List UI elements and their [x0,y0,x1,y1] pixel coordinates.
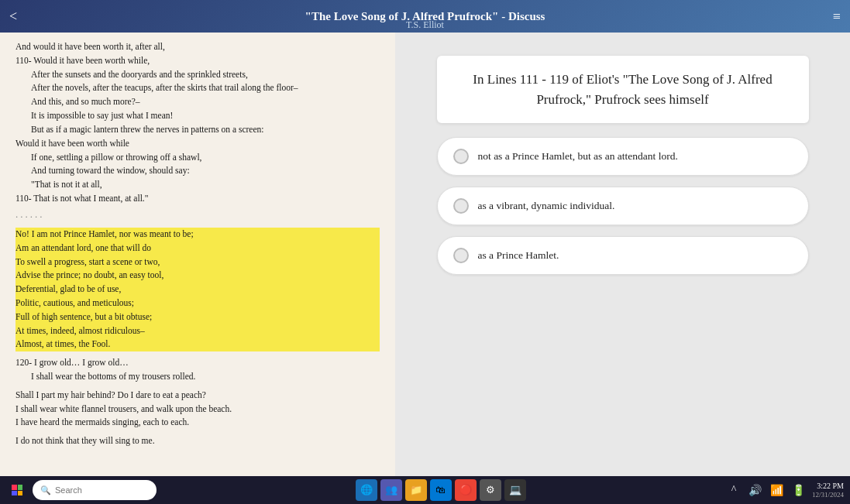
poem-line: I do not think that they will sing to me… [15,434,380,448]
page-subtitle: T.S. Elliot [406,19,444,31]
poem-ellipsis: ······ [15,209,380,225]
chevron-icon[interactable]: ^ [725,482,742,499]
time-display[interactable]: 3:22 PM 12/31/2024 [812,481,844,500]
poem-line: After the novels, after the teacups, aft… [15,81,380,95]
battery-icon[interactable]: 🔋 [790,482,807,499]
poem-line: "That is not it at all, [15,178,380,192]
radio-2 [453,198,469,214]
date-text: 12/31/2024 [812,491,844,500]
answer-option-1[interactable]: not as a Prince Hamlet, but as an attend… [437,137,809,176]
radio-1 [453,149,469,164]
poem-line: I shall wear the bottoms of my trousers … [15,370,380,384]
poem-line: And turning toward the window, should sa… [15,164,380,178]
taskbar-right: ^ 🔊 📶 🔋 3:22 PM 12/31/2024 [725,481,844,500]
poem-line: And would it have been worth it, after a… [15,40,380,54]
taskbar-center: 🌐 👥 📁 🛍 🔴 ⚙ 💻 [157,479,725,501]
poem-line: Shall I part my hair behind? Do I dare t… [15,389,380,403]
poem-panel[interactable]: And would it have been worth it, after a… [0,33,395,476]
poem-line: Would it have been worth while [15,137,380,151]
answer-text-2: as a vibrant, dynamic individual. [478,200,615,212]
poem-line: Politic, cautious, and meticulous; [15,297,380,310]
question-text: In Lines 111 - 119 of Eliot's "The Love … [473,72,772,107]
answer-text-3: as a Prince Hamlet. [478,249,559,262]
poem-line: After the sunsets and the dooryards and … [15,68,380,82]
time-text: 3:22 PM [812,481,844,491]
taskbar-app-folder[interactable]: 📁 [405,479,427,501]
poem-line: But as if a magic lantern threw the nerv… [15,123,380,137]
windows-button[interactable] [6,479,28,501]
poem-line: Almost, at times, the Fool. [15,338,380,351]
radio-3 [453,248,469,263]
poem-line: Deferential, glad to be of use, [15,283,380,297]
taskbar: 🔍 🌐 👥 📁 🛍 🔴 ⚙ 💻 ^ 🔊 📶 🔋 3:22 PM 12/31/20… [0,476,850,504]
poem-line: It is impossible to say just what I mean… [15,109,380,123]
search-bar[interactable]: 🔍 [33,480,157,500]
taskbar-app-settings[interactable]: ⚙ [480,479,501,501]
poem-line: To swell a progress, start a scene or tw… [15,255,380,269]
taskbar-app-store[interactable]: 🛍 [430,479,452,501]
poem-line: If one, settling a pillow or throwing of… [15,151,380,165]
poem-line: At times, indeed, almost ridiculous– [15,324,380,338]
taskbar-app-laptop[interactable]: 💻 [504,479,526,501]
poem-line: And this, and so much more?– [15,95,380,109]
poem-line: I have heard the mermaids singing, each … [15,416,380,430]
answer-option-2[interactable]: as a vibrant, dynamic individual. [437,187,809,225]
windows-icon [12,485,22,495]
right-panel: In Lines 111 - 119 of Eliot's "The Love … [395,33,850,476]
poem-line: Full of high sentence, but a bit obtuse; [15,310,380,324]
poem-line: I shall wear white flannel trousers, and… [15,403,380,417]
taskbar-left: 🔍 [6,479,157,501]
taskbar-app-chrome[interactable]: 🔴 [455,479,477,501]
poem-line: 120- I grow old… I grow old… [15,356,380,370]
question-box: In Lines 111 - 119 of Eliot's "The Love … [437,56,809,123]
search-input[interactable] [55,485,140,495]
poem-line: 110- That is not what I meant, at all." [15,192,380,206]
search-icon: 🔍 [40,485,51,495]
menu-button[interactable]: ≡ [833,9,841,25]
back-button[interactable]: < [9,9,17,25]
poem-line: Advise the prince; no doubt, an easy too… [15,269,380,283]
poem-line: Am an attendant lord, one that will do [15,242,380,255]
title-bar: < "The Love Song of J. Alfred Prufrock" … [0,0,850,33]
answer-options: not as a Prince Hamlet, but as an attend… [437,137,809,275]
poem-line: 110- Would it have been worth while, [15,54,380,68]
taskbar-app-edge[interactable]: 🌐 [356,479,377,501]
poem-line: No! I am not Prince Hamlet, nor was mean… [15,228,380,242]
answer-text-1: not as a Prince Hamlet, but as an attend… [478,150,678,163]
wifi-icon[interactable]: 📶 [769,482,786,499]
main-content: And would it have been worth it, after a… [0,33,850,476]
speaker-icon[interactable]: 🔊 [747,482,764,499]
taskbar-app-teams[interactable]: 👥 [380,479,402,501]
answer-option-3[interactable]: as a Prince Hamlet. [437,236,809,275]
